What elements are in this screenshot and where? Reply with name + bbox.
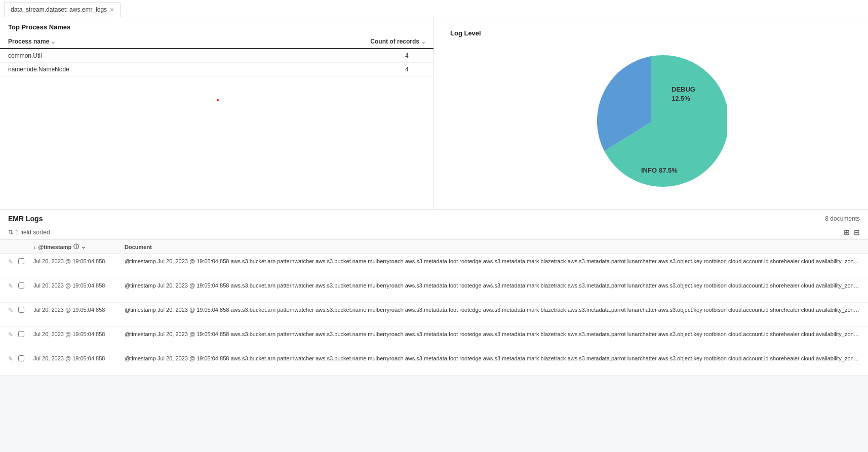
edit-btn-0[interactable]: ✎ bbox=[8, 257, 18, 265]
data-row-2: ✎ Jul 20, 2023 @ 19:05:04.858 @timestamp… bbox=[0, 303, 868, 327]
info-percent: 87.5% bbox=[659, 167, 678, 174]
doc-count: 8 documents bbox=[825, 215, 860, 222]
tab-close-button[interactable]: × bbox=[110, 6, 114, 14]
top-process-names-panel: Top Process Names Process name ⌄ Count o… bbox=[0, 17, 434, 209]
top-panels: Top Process Names Process name ⌄ Count o… bbox=[0, 17, 868, 210]
emr-logs-section: EMR Logs 8 documents ⇅ 1 field sorted ⊞ … bbox=[0, 210, 868, 376]
log-level-panel: Log Level DEBUG 12.5% INFO bbox=[434, 17, 868, 209]
sort-indicator: ⇅ 1 field sorted bbox=[8, 229, 50, 236]
row-timestamp-3: Jul 20, 2023 @ 19:05:04.858 bbox=[33, 330, 125, 337]
row-checkbox-0[interactable] bbox=[18, 257, 33, 265]
log-level-title: Log Level bbox=[442, 23, 860, 41]
debug-percent: 12.5% bbox=[672, 95, 690, 102]
dot-area bbox=[0, 76, 433, 152]
timestamp-info-icon: ⓘ bbox=[73, 243, 79, 251]
tab-bar: data_stream.dataset: aws.emr_logs × bbox=[0, 0, 868, 17]
document-col-header: Document bbox=[125, 244, 860, 250]
row-document-3[interactable]: @timestamp Jul 20, 2023 @ 19:05:04.858 a… bbox=[125, 330, 860, 339]
timestamp-label: @timestamp bbox=[38, 244, 72, 250]
edit-btn-2[interactable]: ✎ bbox=[8, 306, 18, 314]
row-checkbox-1[interactable] bbox=[18, 281, 33, 290]
edit-btn-3[interactable]: ✎ bbox=[8, 330, 18, 338]
emr-logs-title: EMR Logs bbox=[8, 215, 43, 223]
debug-label: DEBUG bbox=[672, 86, 695, 93]
row-checkbox-4[interactable] bbox=[18, 354, 33, 362]
columns-icon[interactable]: ⊞ bbox=[844, 228, 850, 236]
row-timestamp-2: Jul 20, 2023 @ 19:05:04.858 bbox=[33, 306, 125, 313]
process-name-col-header[interactable]: Process name ⌄ bbox=[8, 38, 370, 45]
row-document-4[interactable]: @timestamp Jul 20, 2023 @ 19:05:04.858 a… bbox=[125, 354, 860, 363]
row-checkbox-2[interactable] bbox=[18, 306, 33, 314]
process-count-1: 4 bbox=[405, 66, 425, 73]
table-controls: ⇅ 1 field sorted ⊞ ⊟ bbox=[0, 225, 868, 240]
timestamp-col-header[interactable]: ↓ @timestamp ⓘ ⌄ bbox=[33, 243, 125, 251]
active-tab[interactable]: data_stream.dataset: aws.emr_logs × bbox=[4, 2, 121, 17]
process-count-0: 4 bbox=[405, 52, 425, 59]
row-document-1[interactable]: @timestamp Jul 20, 2023 @ 19:05:04.858 a… bbox=[125, 281, 860, 290]
data-dot bbox=[217, 99, 219, 101]
process-name-0: common.Util bbox=[8, 52, 405, 59]
edit-btn-1[interactable]: ✎ bbox=[8, 281, 18, 290]
data-row-1: ✎ Jul 20, 2023 @ 19:05:04.858 @timestamp… bbox=[0, 278, 868, 303]
pie-container: DEBUG 12.5% INFO 87.5% bbox=[442, 41, 860, 203]
edit-btn-4[interactable]: ✎ bbox=[8, 354, 18, 362]
data-row-4: ✎ Jul 20, 2023 @ 19:05:04.858 @timestamp… bbox=[0, 351, 868, 376]
row-document-2[interactable]: @timestamp Jul 20, 2023 @ 19:05:04.858 a… bbox=[125, 306, 860, 314]
data-row-0: ✎ Jul 20, 2023 @ 19:05:04.858 @timestamp… bbox=[0, 254, 868, 278]
count-col-header[interactable]: Count of records ⌄ bbox=[370, 38, 425, 45]
row-timestamp-4: Jul 20, 2023 @ 19:05:04.858 bbox=[33, 354, 125, 361]
count-sort-icon[interactable]: ⌄ bbox=[421, 39, 425, 45]
row-timestamp-1: Jul 20, 2023 @ 19:05:04.858 bbox=[33, 281, 125, 289]
row-document-0[interactable]: @timestamp Jul 20, 2023 @ 19:05:04.858 a… bbox=[125, 257, 860, 266]
settings-icon[interactable]: ⊟ bbox=[854, 228, 860, 236]
data-row-3: ✎ Jul 20, 2023 @ 19:05:04.858 @timestamp… bbox=[0, 327, 868, 351]
row-checkbox-3[interactable] bbox=[18, 330, 33, 338]
data-table-header: ↓ @timestamp ⓘ ⌄ Document bbox=[0, 240, 868, 254]
process-name-1: namenode.NameNode bbox=[8, 66, 405, 73]
process-row-0: common.Util 4 bbox=[0, 49, 433, 63]
data-rows: ✎ Jul 20, 2023 @ 19:05:04.858 @timestamp… bbox=[0, 254, 868, 376]
sort-arrow-icon: ⇅ bbox=[8, 229, 13, 236]
process-name-sort-icon[interactable]: ⌄ bbox=[51, 39, 55, 45]
row-timestamp-0: Jul 20, 2023 @ 19:05:04.858 bbox=[33, 257, 125, 264]
process-table-header: Process name ⌄ Count of records ⌄ bbox=[0, 35, 433, 49]
emr-logs-header: EMR Logs 8 documents bbox=[0, 210, 868, 225]
timestamp-caret-icon[interactable]: ⌄ bbox=[81, 243, 86, 250]
sort-label: 1 field sorted bbox=[15, 229, 50, 236]
tab-label: data_stream.dataset: aws.emr_logs bbox=[11, 6, 107, 13]
sort-down-icon: ↓ bbox=[33, 244, 36, 250]
pie-chart: DEBUG 12.5% INFO 87.5% bbox=[575, 46, 727, 198]
top-process-names-title: Top Process Names bbox=[0, 17, 433, 35]
info-label: INFO bbox=[641, 167, 657, 174]
table-icons: ⊞ ⊟ bbox=[844, 228, 860, 236]
process-row-1: namenode.NameNode 4 bbox=[0, 63, 433, 76]
